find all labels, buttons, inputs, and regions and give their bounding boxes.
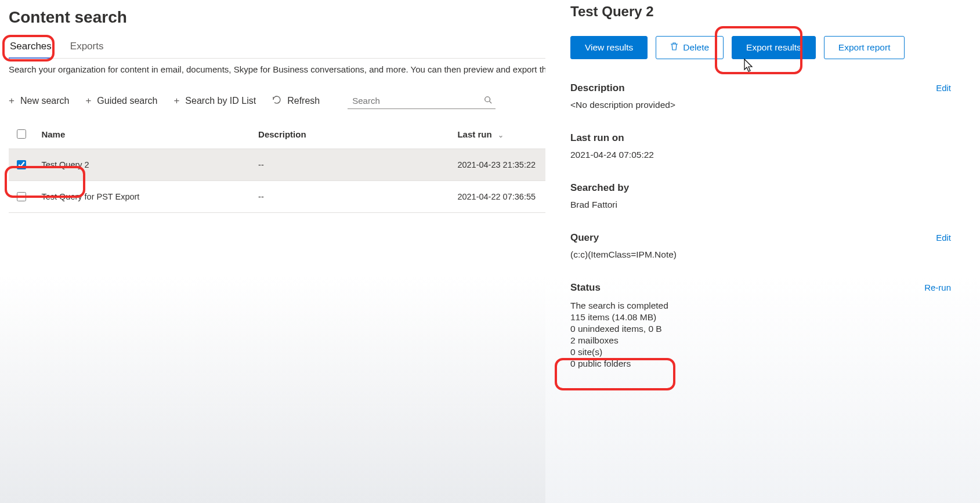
status-label: Status	[570, 282, 601, 294]
export-report-button[interactable]: Export report	[824, 36, 905, 59]
status-line: The search is completed	[570, 301, 951, 311]
refresh-label: Refresh	[287, 96, 320, 106]
action-bar: View results Delete Export results Expor…	[570, 36, 951, 59]
search-box[interactable]	[348, 93, 496, 109]
guided-search-label: Guided search	[97, 96, 157, 106]
export-results-button[interactable]: Export results	[732, 36, 816, 59]
status-line: 0 site(s)	[570, 347, 951, 357]
row-last-run: 2021-04-23 21:35:22	[451, 149, 545, 181]
status-line: 2 mailboxes	[570, 335, 951, 346]
tabs: Searches Exports	[9, 37, 545, 59]
refresh-icon	[272, 95, 281, 107]
col-header-last-run-label: Last run	[457, 129, 491, 139]
searched-by-value: Brad Fattori	[570, 200, 951, 210]
delete-label: Delete	[683, 42, 709, 53]
page-title: Content search	[9, 8, 545, 27]
row-description: --	[252, 181, 451, 213]
rerun-link[interactable]: Re-run	[924, 283, 951, 292]
col-header-description[interactable]: Description	[252, 120, 451, 149]
row-last-run: 2021-04-22 07:36:55	[451, 181, 545, 213]
tab-exports[interactable]: Exports	[69, 37, 105, 58]
last-run-value: 2021-04-24 07:05:22	[570, 150, 951, 160]
status-line: 115 items (14.08 MB)	[570, 312, 951, 323]
query-value: (c:c)(ItemClass=IPM.Note)	[570, 249, 951, 260]
search-by-id-label: Search by ID List	[185, 96, 256, 106]
col-header-name[interactable]: Name	[35, 120, 252, 149]
delete-button[interactable]: Delete	[656, 36, 724, 59]
row-name: Test Query for PST Export	[35, 181, 252, 213]
last-run-label: Last run on	[570, 132, 951, 144]
description-value: <No description provided>	[570, 100, 951, 110]
table-row[interactable]: Test Query for PST Export -- 2021-04-22 …	[9, 181, 545, 213]
row-name: Test Query 2	[35, 149, 252, 181]
query-label: Query	[570, 232, 599, 244]
row-checkbox[interactable]	[17, 160, 26, 169]
plus-icon: +	[85, 95, 91, 107]
description-label: Description	[570, 82, 625, 94]
search-table: Name Description Last run ⌄ Test Query 2…	[9, 120, 545, 213]
status-line: 0 public folders	[570, 359, 951, 369]
row-checkbox[interactable]	[17, 192, 26, 201]
toolbar: + New search + Guided search + Search by…	[9, 89, 545, 120]
search-icon	[484, 96, 492, 106]
trash-icon	[670, 42, 678, 53]
col-header-last-run[interactable]: Last run ⌄	[451, 120, 545, 149]
status-line: 0 unindexed items, 0 B	[570, 324, 951, 334]
tab-searches[interactable]: Searches	[9, 37, 53, 58]
intro-text: Search your organization for content in …	[9, 64, 545, 74]
chevron-down-icon: ⌄	[498, 131, 504, 139]
plus-icon: +	[9, 95, 15, 107]
edit-query-link[interactable]: Edit	[936, 233, 951, 243]
table-row[interactable]: Test Query 2 -- 2021-04-23 21:35:22	[9, 149, 545, 181]
select-all-checkbox[interactable]	[17, 129, 26, 139]
detail-title: Test Query 2	[570, 3, 951, 20]
edit-description-link[interactable]: Edit	[936, 83, 951, 93]
new-search-label: New search	[20, 96, 69, 106]
new-search-button[interactable]: + New search	[9, 95, 69, 107]
row-description: --	[252, 149, 451, 181]
refresh-button[interactable]: Refresh	[272, 95, 320, 107]
status-lines: The search is completed 115 items (14.08…	[570, 301, 951, 369]
search-input[interactable]	[351, 95, 484, 106]
searched-by-label: Searched by	[570, 182, 951, 194]
view-results-button[interactable]: View results	[570, 36, 648, 59]
guided-search-button[interactable]: + Guided search	[85, 95, 157, 107]
svg-point-0	[485, 97, 490, 102]
search-by-id-button[interactable]: + Search by ID List	[173, 95, 256, 107]
plus-icon: +	[173, 95, 179, 107]
